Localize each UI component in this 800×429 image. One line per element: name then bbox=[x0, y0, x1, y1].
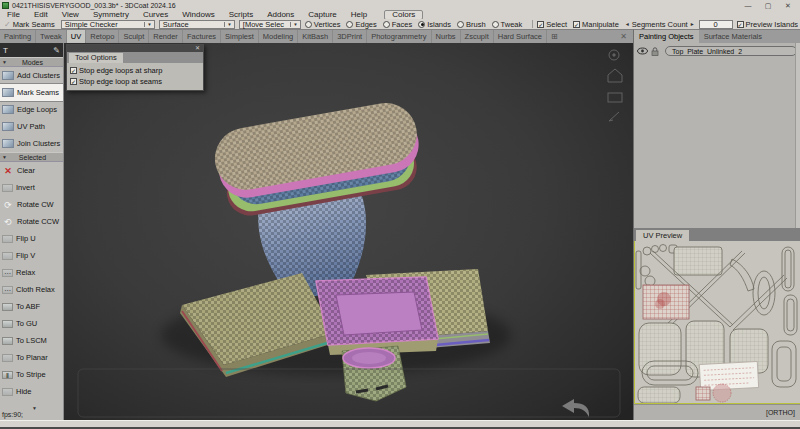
colors-button[interactable]: Colors bbox=[384, 10, 423, 20]
stop-edge-loop-seams-checkbox[interactable]: ✓ Stop edge loop at seams bbox=[70, 76, 200, 87]
sidebar-item-clear[interactable]: ✕Clear bbox=[0, 162, 63, 179]
tool-options-tab[interactable]: Tool Options bbox=[69, 53, 123, 63]
minimize-button[interactable]: — bbox=[742, 1, 754, 10]
stripe-icon: ‖ bbox=[2, 371, 13, 379]
object-name-field[interactable]: Top_Plate_Unlinked_2 bbox=[665, 46, 797, 56]
room-tab-bar: Painting Tweak UV Retopo Sculpt Render F… bbox=[0, 29, 633, 43]
modes-section-header[interactable]: ▼ Modes bbox=[0, 57, 63, 67]
mode-radio-islands[interactable]: Islands bbox=[418, 20, 451, 29]
sidebar-item-to-lscm[interactable]: To LSCM bbox=[0, 332, 63, 349]
pen-tool-icon[interactable] bbox=[609, 112, 619, 121]
tab-surface-materials[interactable]: Surface Materials bbox=[699, 30, 767, 43]
sidebar-item-edge-loops[interactable]: Edge Loops bbox=[0, 101, 63, 118]
lock-icon[interactable] bbox=[651, 47, 659, 56]
select-checkbox[interactable]: ✓Select bbox=[537, 20, 567, 29]
left-arrow-icon[interactable]: ◄ bbox=[625, 21, 630, 27]
menu-edit[interactable]: Edit bbox=[27, 10, 55, 19]
preview-islands-checkbox[interactable]: ✓Preview Islands bbox=[737, 20, 799, 29]
tab-photogrammetry[interactable]: Photogrammetry bbox=[367, 30, 431, 43]
panel-scrollbar[interactable] bbox=[795, 43, 800, 228]
sidebar-item-relax[interactable]: ⋯Relax bbox=[0, 264, 63, 281]
radio-selected-icon bbox=[418, 21, 425, 28]
mode-radio-brush[interactable]: Brush bbox=[457, 20, 486, 29]
add-tab-icon[interactable]: ⊞ bbox=[547, 30, 562, 43]
sidebar-item-hide[interactable]: Hide bbox=[0, 383, 63, 400]
tab-modeling[interactable]: Modeling bbox=[259, 30, 298, 43]
sidebar-item-flip-u[interactable]: Flip U bbox=[0, 230, 63, 247]
tab-nurbs[interactable]: Nurbs bbox=[432, 30, 461, 43]
move-dropdown[interactable]: [Move Selec ▼ bbox=[239, 20, 301, 29]
menu-capture[interactable]: Capture bbox=[301, 10, 343, 19]
selected-section-header[interactable]: ▼ Selected bbox=[0, 152, 63, 162]
menu-windows[interactable]: Windows bbox=[175, 10, 221, 19]
collapse-triangle-icon[interactable]: ▼ bbox=[32, 405, 37, 411]
mode-radio-faces[interactable]: Faces bbox=[383, 20, 412, 29]
tab-tweak[interactable]: Tweak bbox=[36, 30, 67, 43]
tool-filter-input[interactable]: T ✎ bbox=[0, 43, 63, 57]
sidebar-item-to-stripe[interactable]: ‖To Stripe bbox=[0, 366, 63, 383]
popup-grip[interactable]: ✕ bbox=[67, 45, 203, 52]
tab-render[interactable]: Render bbox=[149, 30, 183, 43]
sidebar-item-invert[interactable]: Invert bbox=[0, 179, 63, 196]
chevron-down-icon: ▼ bbox=[290, 22, 299, 27]
planar-icon bbox=[2, 354, 13, 362]
pen-icon[interactable]: ✎ bbox=[53, 46, 60, 55]
manipulate-checkbox[interactable]: ✓Manipulate bbox=[573, 20, 619, 29]
sidebar-item-rotate-ccw[interactable]: ⟲Rotate CCW bbox=[0, 213, 63, 230]
tab-factures[interactable]: Factures bbox=[183, 30, 221, 43]
menu-curves[interactable]: Curves bbox=[136, 10, 175, 19]
tab-retopo[interactable]: Retopo bbox=[86, 30, 119, 43]
menu-file[interactable]: File bbox=[0, 10, 27, 19]
tab-simplest[interactable]: Simplest bbox=[221, 30, 259, 43]
3d-model[interactable] bbox=[161, 98, 511, 401]
sidebar-item-to-gu[interactable]: To GU bbox=[0, 315, 63, 332]
frame-view-icon[interactable] bbox=[608, 93, 622, 102]
sidebar-item-join-clusters[interactable]: Join Clusters bbox=[0, 135, 63, 152]
mode-radio-edges[interactable]: Edges bbox=[346, 20, 376, 29]
sidebar-item-uv-path[interactable]: UV Path bbox=[0, 118, 63, 135]
close-button[interactable]: ✕ bbox=[782, 1, 794, 10]
undo-arrow-icon[interactable] bbox=[562, 399, 589, 417]
checker-dropdown[interactable]: Simple Checker ▼ bbox=[61, 20, 155, 29]
tab-painting[interactable]: Painting bbox=[0, 30, 36, 43]
mark-seams-label[interactable]: Mark Seams bbox=[13, 20, 55, 29]
tab-hard-surface[interactable]: Hard Surface bbox=[494, 30, 547, 43]
3d-viewport[interactable]: ✕ Tool Options ✓ Stop edge loops at shar… bbox=[64, 43, 633, 420]
sidebar-item-mark-seams[interactable]: Mark Seams bbox=[0, 84, 63, 101]
right-arrow-icon[interactable]: ► bbox=[690, 21, 695, 27]
sidebar-item-to-abf[interactable]: To ABF bbox=[0, 298, 63, 315]
tab-painting-objects[interactable]: Painting Objects bbox=[634, 30, 699, 43]
menu-scripts[interactable]: Scripts bbox=[222, 10, 260, 19]
close-tab-icon[interactable]: ✕ bbox=[614, 30, 633, 43]
menu-symmetry[interactable]: Symmetry bbox=[86, 10, 136, 19]
sidebar-item-flip-v[interactable]: Flip V bbox=[0, 247, 63, 264]
uv-preview-tab[interactable]: UV Preview bbox=[636, 230, 689, 241]
tab-3dprint[interactable]: 3DPrint bbox=[333, 30, 367, 43]
menu-bar: File Edit View Symmetry Curves Windows S… bbox=[0, 10, 800, 19]
stop-edge-loops-sharp-checkbox[interactable]: ✓ Stop edge loops at sharp bbox=[70, 65, 200, 76]
mode-radio-tweak[interactable]: Tweak bbox=[492, 20, 523, 29]
menu-addons[interactable]: Addons bbox=[260, 10, 301, 19]
cloth-relax-icon: ⋯ bbox=[2, 286, 13, 294]
sidebar-item-add-clusters[interactable]: Add Clusters bbox=[0, 67, 63, 84]
home-view-icon[interactable] bbox=[608, 69, 622, 82]
radio-icon bbox=[305, 21, 312, 28]
object-row[interactable]: Top_Plate_Unlinked_2 bbox=[634, 43, 800, 57]
sidebar-item-to-planar[interactable]: To Planar bbox=[0, 349, 63, 366]
uv-preview-canvas[interactable] bbox=[634, 241, 800, 404]
maximize-button[interactable]: ▢ bbox=[762, 1, 774, 10]
tab-uv[interactable]: UV bbox=[67, 30, 86, 43]
eye-icon[interactable] bbox=[637, 47, 648, 55]
segments-count-input[interactable]: 0 bbox=[699, 20, 733, 29]
status-bar bbox=[0, 420, 800, 429]
popup-close-icon[interactable]: ✕ bbox=[195, 45, 203, 52]
surface-dropdown[interactable]: Surface ▼ bbox=[159, 20, 235, 29]
mode-radio-vertices[interactable]: Vertices bbox=[305, 20, 341, 29]
sidebar-item-rotate-cw[interactable]: ⟳Rotate CW bbox=[0, 196, 63, 213]
tab-sculpt[interactable]: Sculpt bbox=[119, 30, 149, 43]
menu-help[interactable]: Help bbox=[344, 10, 374, 19]
sidebar-item-cloth-relax[interactable]: ⋯Cloth Relax bbox=[0, 281, 63, 298]
tab-kitbash[interactable]: KitBash bbox=[298, 30, 333, 43]
tab-zscuplt[interactable]: Zscuplt bbox=[461, 30, 494, 43]
menu-view[interactable]: View bbox=[55, 10, 86, 19]
